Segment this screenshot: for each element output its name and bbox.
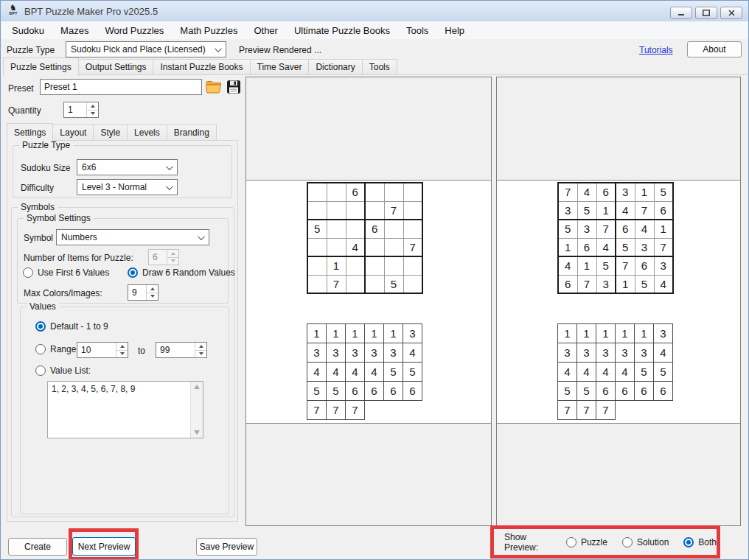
grid-cell: 3 [577, 220, 596, 238]
grid-cell: 5 [635, 275, 654, 293]
grid-cell: 6 [558, 275, 577, 293]
grid-cell: 4 [635, 220, 654, 238]
puzzle-type-combobox[interactable]: Sudoku Pick and Place (Licensed) [66, 41, 226, 57]
grid-cell: 3 [596, 343, 616, 363]
quantity-stepper[interactable]: 1 [63, 102, 99, 118]
chevron-down-icon [166, 183, 173, 190]
tab-instant-puzzle-books[interactable]: Instant Puzzle Books [153, 59, 250, 75]
grid-cell: 5 [635, 363, 654, 382]
grid-cell: 3 [403, 324, 422, 343]
max-colors-label: Max Colors/Images: [24, 288, 102, 298]
tutorials-link[interactable]: Tutorials [639, 45, 673, 55]
grid-cell [403, 220, 422, 238]
show-both-radio[interactable]: Both [683, 537, 717, 547]
tab-dictionary[interactable]: Dictionary [308, 59, 362, 75]
value-list-radio[interactable]: Value List: [35, 365, 91, 376]
max-colors-stepper[interactable]: 9 [128, 284, 158, 301]
minimize-button[interactable] [670, 7, 692, 19]
difficulty-combobox[interactable]: Level 3 - Normal [77, 179, 178, 195]
menu-help[interactable]: Help [436, 22, 473, 39]
grid-cell: 3 [327, 343, 346, 363]
show-puzzle-radio[interactable]: Puzzle [566, 537, 607, 547]
create-button[interactable]: Create [8, 538, 67, 556]
quantity-spin-buttons[interactable] [86, 102, 98, 117]
tab-time-saver[interactable]: Time Saver [250, 59, 310, 75]
range-radio[interactable]: Range [35, 344, 76, 354]
grid-cell: 5 [327, 382, 346, 401]
menu-word-puzzles[interactable]: Word Puzzles [97, 22, 172, 39]
preset-input[interactable] [40, 79, 202, 95]
grid-cell: 3 [654, 256, 673, 275]
save-preset-button[interactable] [224, 77, 243, 97]
about-button[interactable]: About [687, 41, 742, 57]
grid-cell: 5 [307, 382, 327, 401]
tab-puzzle-settings[interactable]: Puzzle Settings [3, 57, 79, 76]
grid-cell: 7 [596, 401, 616, 420]
puzzle-pick-grid: 111113333334444455556666777 [307, 323, 422, 420]
grid-cell: 1 [596, 324, 616, 343]
show-solution-radio[interactable]: Solution [622, 537, 669, 547]
grid-cell [365, 238, 384, 256]
sudoku-size-combobox[interactable]: 6x6 [77, 159, 178, 175]
scroll-down-icon[interactable] [194, 430, 200, 435]
use-first-values-radio[interactable]: Use First 6 Values [23, 267, 109, 278]
menu-math-puzzles[interactable]: Math Puzzles [172, 22, 245, 39]
open-preset-button[interactable] [204, 77, 223, 97]
symbols-group-title: Symbols [18, 202, 58, 212]
grid-cell: 6 [616, 382, 635, 401]
status-text: Preview Rendered ... [239, 45, 321, 55]
grid-cell: 3 [616, 343, 635, 363]
value-list-textarea[interactable]: 1, 2, 3, 4, 5, 6, 7, 8, 9 [47, 381, 203, 438]
save-preview-button[interactable]: Save Preview [196, 538, 257, 556]
scroll-up-icon[interactable] [194, 385, 200, 389]
range-to-stepper[interactable]: 99 [156, 342, 207, 358]
show-solution-label: Solution [637, 537, 669, 547]
tab-branding[interactable]: Branding [167, 125, 217, 141]
menu-mazes[interactable]: Mazes [52, 22, 97, 39]
tab-layout[interactable]: Layout [52, 125, 94, 141]
values-group-title: Values [27, 301, 59, 312]
draw-random-values-radio[interactable]: Draw 6 Random Values [128, 267, 235, 278]
grid-cell: 3 [558, 201, 577, 220]
grid-cell: 3 [346, 343, 365, 363]
grid-cell: 3 [577, 343, 596, 363]
close-button[interactable] [720, 7, 742, 19]
next-preview-button[interactable]: Next Preview [72, 537, 136, 556]
grid-cell: 4 [327, 363, 346, 382]
grid-cell [307, 238, 327, 256]
grid-cell [403, 183, 422, 201]
maximize-button[interactable] [695, 7, 717, 19]
menu-tools[interactable]: Tools [398, 22, 436, 39]
menu-sudoku[interactable]: Sudoku [4, 22, 52, 39]
grid-cell: 6 [365, 220, 384, 238]
grid-cell: 5 [654, 183, 673, 201]
grid-cell: 4 [307, 363, 327, 382]
grid-cell: 4 [403, 343, 422, 363]
radio-icon [35, 365, 46, 376]
grid-cell: 1 [596, 201, 616, 220]
grid-cell: 7 [654, 238, 673, 256]
tab-output-settings[interactable]: Output Settings [78, 59, 154, 75]
show-puzzle-label: Puzzle [581, 537, 607, 547]
default-values-radio[interactable]: Default - 1 to 9 [35, 321, 108, 332]
tab-style[interactable]: Style [93, 125, 128, 141]
symbol-combobox[interactable]: Numbers [56, 229, 209, 245]
grid-cell: 1 [654, 220, 673, 238]
range-to-value: 99 [156, 343, 195, 357]
grid-cell: 4 [558, 363, 577, 382]
menu-ultimate-puzzle-books[interactable]: Ultimate Puzzle Books [286, 22, 398, 39]
radio-icon [566, 537, 576, 547]
value-list-scrollbar[interactable] [190, 382, 203, 438]
tab-tools[interactable]: Tools [362, 59, 397, 75]
grid-cell: 7 [558, 401, 577, 420]
grid-cell: 4 [654, 343, 673, 363]
grid-cell: 1 [384, 324, 403, 343]
grid-cell: 6 [635, 382, 654, 401]
tab-settings[interactable]: Settings [7, 123, 53, 141]
grid-cell: 1 [616, 275, 635, 293]
menu-other[interactable]: Other [245, 22, 286, 39]
draw-random-values-label: Draw 6 Random Values [142, 267, 235, 278]
tab-levels[interactable]: Levels [127, 125, 167, 141]
value-list-text: 1, 2, 3, 4, 5, 6, 7, 8, 9 [52, 384, 135, 394]
range-from-stepper[interactable]: 10 [77, 342, 128, 358]
